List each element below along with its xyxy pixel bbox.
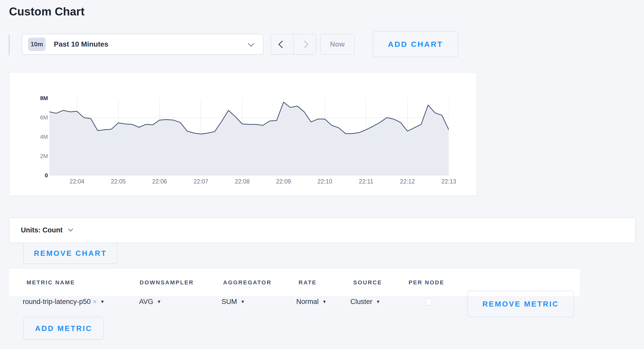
x-tick-label: 22:04 [70,178,84,185]
dropdown-arrow-icon: ▼ [157,300,161,304]
remove-chart-button[interactable]: REMOVE CHART [23,243,117,264]
chevron-left-icon [278,40,286,48]
x-tick-label: 22:06 [152,178,167,185]
now-button[interactable]: Now [320,34,354,55]
time-prev-button[interactable] [271,34,293,54]
x-tick-label: 22:12 [400,178,415,185]
units-dropdown[interactable]: Units: Count [9,217,635,243]
source-value: Cluster [350,298,372,306]
source-dropdown[interactable]: Cluster ▼ [350,290,380,313]
x-tick-label: 22:11 [359,178,373,185]
rate-value: Normal [296,298,319,306]
y-tick-label: 2M [25,153,48,160]
chart-plot-area[interactable] [49,98,449,176]
time-range-label: Past 10 Minutes [54,40,108,48]
toolbar-accent-divider [9,35,10,55]
y-tick-label: 0 [25,172,48,179]
chart-svg [49,98,449,176]
custom-chart-page: Custom Chart 10m Past 10 Minutes Now ADD… [0,0,644,349]
metric-name-dropdown[interactable]: round-trip-latency-p50 × ▼ [23,290,105,313]
dropdown-arrow-icon: ▼ [241,300,245,304]
y-tick-label: 4M [25,134,48,140]
dropdown-arrow-icon: ▼ [376,300,380,304]
chevron-down-icon [68,226,73,231]
x-tick-label: 22:07 [193,178,208,185]
metric-name-value: round-trip-latency-p50 [23,298,91,306]
time-next-button[interactable] [293,34,316,54]
per-node-checkbox[interactable] [426,298,432,306]
time-range-dropdown[interactable]: 10m Past 10 Minutes [22,34,263,55]
add-chart-button[interactable]: ADD CHART [373,31,458,57]
x-tick-label: 22:09 [276,178,291,185]
remove-metric-button[interactable]: REMOVE METRIC [467,291,574,317]
chevron-down-icon [248,40,254,47]
units-label: Units: Count [21,226,63,234]
dropdown-arrow-icon: ▼ [100,300,105,304]
add-metric-button[interactable]: ADD METRIC [23,317,104,340]
clear-metric-icon[interactable]: × [93,298,97,306]
time-range-badge: 10m [28,38,46,51]
y-tick-label: 8M [25,95,48,102]
x-tick-label: 22:10 [317,178,332,185]
time-nav-group [271,34,316,55]
rate-dropdown[interactable]: Normal ▼ [296,290,327,313]
x-tick-label: 22:05 [111,178,126,185]
x-tick-label: 22:13 [441,178,456,185]
x-tick-label: 22:08 [235,178,250,185]
downsampler-value: AVG [139,298,153,306]
y-tick-label: 6M [25,114,48,121]
chevron-right-icon [301,40,309,48]
chart-card: 02M4M6M8M 22:0422:0522:0622:0722:0822:09… [9,72,477,196]
aggregator-value: SUM [222,298,237,306]
dropdown-arrow-icon: ▼ [322,300,327,304]
page-title: Custom Chart [9,5,84,18]
downsampler-dropdown[interactable]: AVG ▼ [139,290,161,313]
aggregator-dropdown[interactable]: SUM ▼ [222,290,245,313]
